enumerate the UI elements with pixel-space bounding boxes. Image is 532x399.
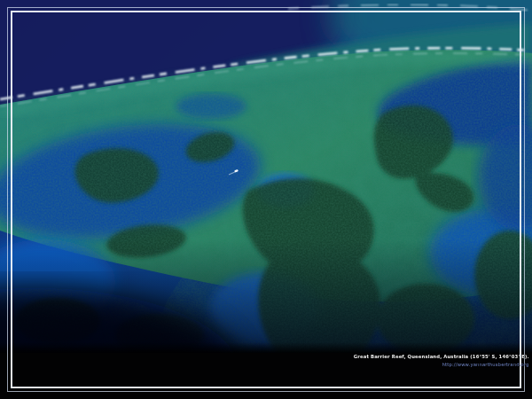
caption-credit-url: http://www.yannarthusbertrand.org [354, 361, 529, 369]
photo-caption: Great Barrier Reef, Queensland, Australi… [178, 337, 529, 368]
caption-location-text: Great Barrier Reef, Queensland, Australi… [354, 353, 529, 361]
wallpaper-canvas: Great Barrier Reef, Queensland, Australi… [0, 0, 532, 399]
